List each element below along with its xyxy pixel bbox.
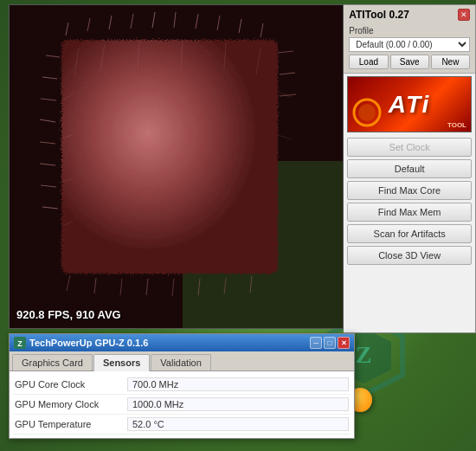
- sensor-label-temperature: GPU Temperature: [15, 419, 127, 429]
- gpuz-titlebar: Z TechPowerUp GPU-Z 0.1.6 ─ □ ✕: [10, 334, 354, 351]
- svg-text:Z: Z: [356, 341, 372, 368]
- gpuz-tabs: Graphics Card Sensors Validation: [10, 351, 354, 371]
- gpuz-icon: Z: [14, 337, 26, 349]
- gpuz-title-left: Z TechPowerUp GPU-Z 0.1.6: [14, 337, 148, 349]
- sensor-row-temperature: GPU Temperature 52.0 °C: [13, 415, 351, 435]
- set-clock-button[interactable]: Set Clock: [347, 138, 472, 157]
- profile-section: Profile Default (0.00 / 0.00) Load Save …: [345, 23, 473, 71]
- find-max-mem-button[interactable]: Find Max Mem: [347, 203, 472, 222]
- ati-logo-area: ATi TOOL: [347, 76, 472, 132]
- sensor-value-core-clock: 700.0 MHz: [127, 377, 349, 391]
- maximize-button[interactable]: □: [324, 337, 336, 349]
- sensor-label-core-clock: GPU Core Clock: [15, 379, 127, 390]
- new-button[interactable]: New: [431, 55, 470, 69]
- atitool-header: ATITool 0.27 ✕ Profile Default (0.00 / 0…: [344, 5, 475, 74]
- scan-artifacts-button[interactable]: Scan for Artifacts: [347, 224, 472, 243]
- atitool-close-btn[interactable]: ✕: [458, 9, 470, 21]
- atitool-window: 920.8 FPS, 910 AVG ATITool 0.27 ✕ Profil…: [9, 4, 476, 333]
- gpuz-window-controls: ─ □ ✕: [310, 337, 350, 349]
- sensor-value-temperature: 52.0 °C: [127, 417, 349, 431]
- fps-counter: 920.8 FPS, 910 AVG: [16, 308, 121, 321]
- profile-dropdown[interactable]: Default (0.00 / 0.00): [349, 37, 470, 52]
- load-button[interactable]: Load: [349, 55, 388, 69]
- save-button[interactable]: Save: [390, 55, 429, 69]
- close-3d-button[interactable]: Close 3D View: [347, 246, 472, 265]
- gpuz-window: Z TechPowerUp GPU-Z 0.1.6 ─ □ ✕ Graphics…: [9, 333, 355, 439]
- svg-text:Z: Z: [17, 339, 23, 348]
- close-button[interactable]: ✕: [338, 337, 350, 349]
- minimize-button[interactable]: ─: [310, 337, 322, 349]
- fuzzy-cube: [10, 5, 343, 328]
- svg-rect-5: [61, 40, 278, 274]
- ati-logo-text: ATi: [389, 91, 431, 119]
- render-area: 920.8 FPS, 910 AVG: [9, 4, 344, 329]
- profile-label: Profile: [349, 26, 470, 35]
- tab-graphics-card[interactable]: Graphics Card: [12, 354, 93, 370]
- gpuz-content: GPU Core Clock 700.0 MHz GPU Memory Cloc…: [10, 371, 354, 438]
- action-buttons: Set Clock Default Find Max Core Find Max…: [344, 135, 475, 267]
- tab-validation[interactable]: Validation: [151, 354, 211, 370]
- sensor-label-memory-clock: GPU Memory Clock: [15, 399, 127, 409]
- default-button[interactable]: Default: [347, 159, 472, 178]
- ati-tool-sub: TOOL: [447, 121, 466, 129]
- sensor-value-memory-clock: 1000.0 MHz: [127, 397, 349, 411]
- tab-sensors[interactable]: Sensors: [93, 354, 150, 371]
- gpuz-title: TechPowerUp GPU-Z 0.1.6: [29, 338, 148, 348]
- sensor-row-core-clock: GPU Core Clock 700.0 MHz: [13, 375, 351, 395]
- find-max-core-button[interactable]: Find Max Core: [347, 181, 472, 200]
- atitool-title: ATITool 0.27: [349, 9, 409, 21]
- svg-point-48: [358, 104, 376, 121]
- atitool-panel: ATITool 0.27 ✕ Profile Default (0.00 / 0…: [344, 4, 476, 333]
- profile-buttons: Load Save New: [349, 55, 470, 69]
- sensor-row-memory-clock: GPU Memory Clock 1000.0 MHz: [13, 395, 351, 415]
